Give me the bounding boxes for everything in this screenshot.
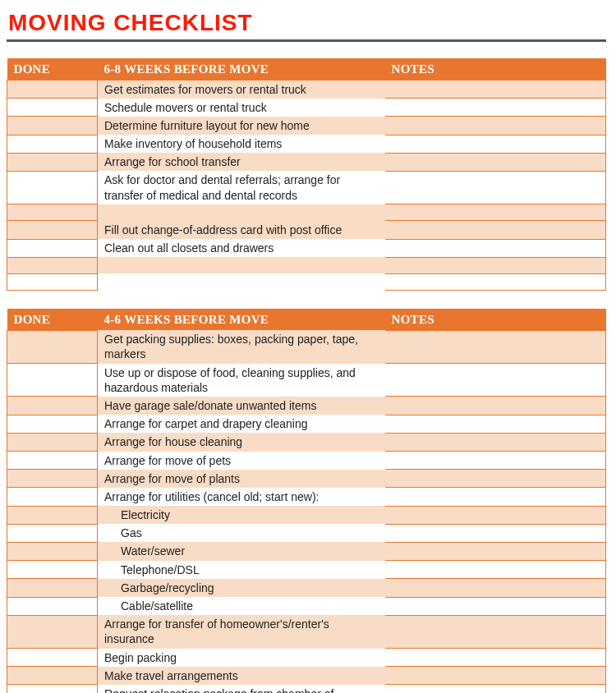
done-cell[interactable] (7, 597, 98, 615)
notes-cell[interactable] (385, 470, 606, 488)
done-cell[interactable] (7, 542, 98, 560)
notes-cell[interactable] (385, 330, 606, 363)
table-row: Determine furniture layout for new home (7, 117, 606, 135)
notes-cell[interactable] (385, 597, 606, 615)
notes-cell[interactable] (385, 488, 606, 506)
done-cell[interactable] (7, 470, 98, 488)
done-cell[interactable] (7, 615, 98, 648)
done-cell[interactable] (7, 364, 98, 397)
notes-cell[interactable] (385, 524, 606, 542)
col-done: DONE (7, 58, 98, 80)
col-notes: NOTES (385, 309, 606, 331)
task-cell: Garbage/recycling (98, 579, 385, 597)
table-row: Make travel arrangements (7, 667, 606, 685)
done-cell[interactable] (7, 330, 98, 363)
notes-cell[interactable] (385, 204, 606, 221)
done-cell[interactable] (7, 239, 98, 257)
done-cell[interactable] (7, 221, 98, 239)
table-row: Arrange for transfer of homeowner's/rent… (7, 615, 606, 648)
table-row: Clean out all closets and drawers (7, 239, 606, 257)
checklist-section: DONE6-8 WEEKS BEFORE MOVENOTESGet estima… (7, 58, 606, 291)
table-row: Use up or dispose of food, cleaning supp… (7, 364, 606, 397)
table-row: Water/sewer (7, 542, 606, 560)
table-row: Arrange for move of pets (7, 452, 606, 470)
done-cell[interactable] (7, 579, 98, 597)
notes-cell[interactable] (385, 506, 606, 524)
done-cell[interactable] (7, 649, 98, 667)
done-cell[interactable] (7, 561, 98, 579)
done-cell[interactable] (7, 99, 98, 117)
notes-cell[interactable] (385, 542, 606, 560)
col-notes: NOTES (385, 58, 606, 80)
notes-cell[interactable] (385, 257, 606, 273)
table-row: Garbage/recycling (7, 579, 606, 597)
done-cell[interactable] (7, 667, 98, 685)
task-cell: Arrange for move of plants (98, 470, 385, 488)
checklist-section: DONE4-6 WEEKS BEFORE MOVENOTESGet packin… (7, 309, 606, 693)
task-cell: Arrange for move of pets (98, 452, 385, 470)
table-row: Get estimates for movers or rental truck (7, 80, 606, 99)
done-cell[interactable] (7, 273, 98, 290)
done-cell[interactable] (7, 524, 98, 542)
notes-cell[interactable] (385, 415, 606, 433)
notes-cell[interactable] (385, 397, 606, 415)
notes-cell[interactable] (385, 452, 606, 470)
task-cell: Make inventory of household items (98, 135, 385, 153)
done-cell[interactable] (7, 488, 98, 506)
notes-cell[interactable] (385, 135, 606, 153)
task-cell (98, 273, 385, 290)
table-row: Schedule movers or rental truck (7, 99, 606, 117)
done-cell[interactable] (7, 397, 98, 415)
task-cell: Cable/satellite (98, 597, 385, 615)
done-cell[interactable] (7, 171, 98, 204)
table-row (7, 204, 606, 221)
done-cell[interactable] (7, 135, 98, 153)
table-row: Electricity (7, 506, 606, 524)
done-cell[interactable] (7, 415, 98, 433)
table-row: Get packing supplies: boxes, packing pap… (7, 330, 606, 363)
task-cell: Telephone/DSL (98, 561, 385, 579)
notes-cell[interactable] (385, 615, 606, 648)
notes-cell[interactable] (385, 364, 606, 397)
notes-cell[interactable] (385, 239, 606, 257)
done-cell[interactable] (7, 153, 98, 171)
done-cell[interactable] (7, 685, 98, 693)
col-task: 6-8 WEEKS BEFORE MOVE (98, 58, 385, 80)
notes-cell[interactable] (385, 433, 606, 451)
done-cell[interactable] (7, 204, 98, 221)
task-cell: Use up or dispose of food, cleaning supp… (98, 364, 385, 397)
notes-cell[interactable] (385, 561, 606, 579)
page-title: MOVING CHECKLIST (8, 10, 606, 36)
task-cell: Arrange for school transfer (98, 153, 385, 171)
table-row: Make inventory of household items (7, 135, 606, 153)
notes-cell[interactable] (385, 153, 606, 171)
task-cell: Schedule movers or rental truck (98, 99, 385, 117)
notes-cell[interactable] (385, 685, 606, 693)
task-cell: Get estimates for movers or rental truck (98, 80, 385, 99)
checklist-table: DONE6-8 WEEKS BEFORE MOVENOTESGet estima… (7, 58, 606, 291)
table-row: Arrange for move of plants (7, 470, 606, 488)
notes-cell[interactable] (385, 117, 606, 135)
done-cell[interactable] (7, 80, 98, 99)
notes-cell[interactable] (385, 667, 606, 685)
notes-cell[interactable] (385, 99, 606, 117)
done-cell[interactable] (7, 452, 98, 470)
notes-cell[interactable] (385, 80, 606, 99)
table-row: Arrange for house cleaning (7, 433, 606, 451)
task-cell: Ask for doctor and dental referrals; arr… (98, 171, 385, 204)
task-cell: Clean out all closets and drawers (98, 239, 385, 257)
task-cell: Have garage sale/donate unwanted items (98, 397, 385, 415)
notes-cell[interactable] (385, 171, 606, 204)
table-row: Arrange for carpet and drapery cleaning (7, 415, 606, 433)
notes-cell[interactable] (385, 221, 606, 239)
task-cell: Arrange for transfer of homeowner's/rent… (98, 615, 385, 648)
done-cell[interactable] (7, 506, 98, 524)
done-cell[interactable] (7, 433, 98, 451)
done-cell[interactable] (7, 117, 98, 135)
notes-cell[interactable] (385, 579, 606, 597)
notes-cell[interactable] (385, 273, 606, 290)
table-row: Gas (7, 524, 606, 542)
notes-cell[interactable] (385, 649, 606, 667)
done-cell[interactable] (7, 257, 98, 273)
table-row: Telephone/DSL (7, 561, 606, 579)
